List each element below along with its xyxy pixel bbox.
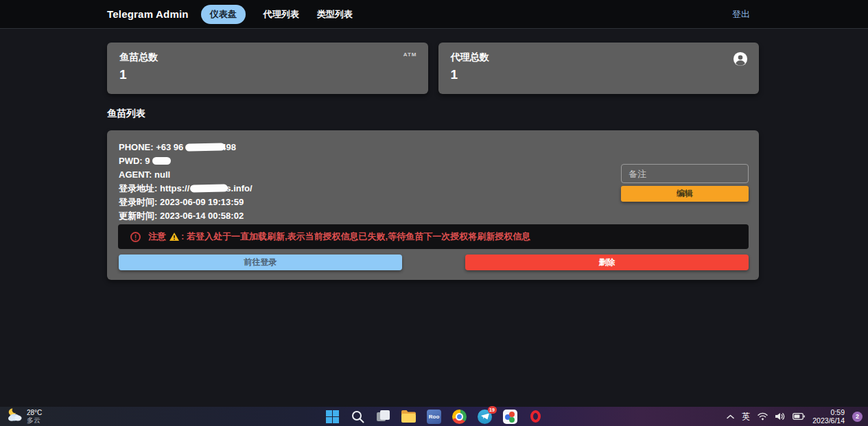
phone-prefix: +63 96 [156, 142, 183, 152]
chrome-icon[interactable] [452, 409, 467, 424]
brand-title: Telegram Admin [107, 8, 189, 20]
login-time-line: 登录时间: 2023-06-09 19:13:59 [119, 196, 253, 209]
stat-value: 1 [119, 67, 416, 82]
weather-temp: 28°C [27, 409, 42, 416]
telegram-icon[interactable]: 19 [478, 409, 493, 424]
circles-app-icon[interactable] [503, 409, 518, 424]
update-time-line: 更新时间: 2023-06-14 00:58:02 [119, 209, 253, 223]
weather-condition: 多云 [27, 416, 40, 424]
note-input[interactable] [621, 164, 749, 183]
screen: Telegram Admin 仪表盘 代理列表 类型列表 登出 鱼苗总数 1 A… [0, 0, 868, 426]
login-time-value: 2023-06-09 19:13:59 [160, 197, 244, 207]
record-details: PHONE: +63 96498 PWD: 9 AGENT: null 登录地址… [119, 141, 253, 223]
top-navbar: Telegram Admin 仪表盘 代理列表 类型列表 登出 [0, 0, 868, 29]
login-time-label: 登录时间: [119, 197, 157, 207]
login-url-label: 登录地址: [119, 183, 157, 193]
battery-icon[interactable] [793, 412, 805, 421]
pwd-label: PWD: [119, 156, 143, 166]
clock-time: 0:59 [831, 408, 845, 416]
phone-line: PHONE: +63 96498 [119, 141, 253, 154]
fry-record-card: PHONE: +63 96498 PWD: 9 AGENT: null 登录地址… [107, 130, 759, 280]
goto-login-button[interactable]: 前往登录 [119, 255, 402, 270]
login-url-line: 登录地址: https://s.info/ [119, 182, 253, 196]
agent-label: AGENT: [119, 169, 152, 180]
pwd-line: PWD: 9 [119, 154, 253, 168]
atm-icon: ATM [403, 51, 417, 58]
weather-text: 28°C 多云 [27, 409, 42, 424]
pwd-prefix: 9 [145, 156, 150, 166]
warning-triangle-icon [169, 233, 179, 241]
update-time-value: 2023-06-14 00:58:02 [160, 211, 244, 221]
roo-label: Roo [427, 410, 441, 424]
windows-start-button[interactable] [325, 409, 340, 424]
warning-text: : 若登入处于一直加载刷新,表示当前授权信息已失败,等待鱼苗下一次授权将刷新授权… [181, 230, 530, 243]
redaction-blob [152, 157, 171, 165]
login-url-suffix: s.info/ [226, 183, 252, 193]
update-time-label: 更新时间: [119, 211, 157, 221]
tab-dashboard[interactable]: 仪表盘 [201, 5, 246, 24]
stat-value: 1 [451, 67, 747, 82]
agent-line: AGENT: null [119, 168, 253, 182]
tab-type-list[interactable]: 类型列表 [317, 8, 353, 21]
warning-label: 注意 [148, 230, 166, 243]
clock-date: 2023/6/14 [812, 416, 845, 425]
redaction-blob [190, 185, 228, 193]
stat-cards-row: 鱼苗总数 1 ATM 代理总数 1 [107, 43, 759, 94]
wifi-icon[interactable] [758, 412, 768, 421]
stat-card-agent-total: 代理总数 1 [438, 43, 760, 94]
roo-app-icon[interactable]: Roo [427, 409, 442, 424]
system-tray: 英 [727, 407, 863, 426]
search-icon[interactable] [351, 409, 366, 424]
telegram-badge: 19 [488, 406, 497, 414]
taskbar-center-icons: Roo 19 [325, 407, 543, 426]
login-url-prefix: https:// [160, 183, 189, 193]
account-circle-icon [733, 51, 748, 69]
edit-button[interactable]: 编辑 [621, 186, 749, 202]
weather-icon [7, 408, 23, 425]
logout-link[interactable]: 登出 [732, 8, 750, 21]
notification-badge[interactable]: 2 [852, 412, 863, 422]
redaction-blob [185, 143, 225, 152]
task-view-icon[interactable] [376, 409, 391, 424]
warning-bar: ! 注意 : 若登入处于一直加载刷新,表示当前授权信息已失败,等待鱼苗下一次授权… [118, 224, 749, 249]
agent-value: null [154, 169, 170, 180]
stat-label: 鱼苗总数 [119, 51, 416, 64]
opera-icon[interactable] [528, 409, 543, 424]
volume-icon[interactable] [775, 412, 785, 421]
weather-widget[interactable]: 28°C 多云 [7, 408, 42, 425]
file-explorer-icon[interactable] [401, 409, 417, 424]
tab-agent-list[interactable]: 代理列表 [263, 8, 299, 21]
phone-label: PHONE: [119, 142, 154, 152]
ime-indicator[interactable]: 英 [742, 411, 750, 423]
tray-chevron-up-icon[interactable] [727, 414, 734, 419]
windows-taskbar: 28°C 多云 [0, 407, 868, 426]
section-title-fry-list: 鱼苗列表 [107, 108, 145, 120]
stat-label: 代理总数 [451, 51, 747, 64]
delete-button[interactable]: 删除 [465, 255, 749, 270]
stat-card-fry-total: 鱼苗总数 1 ATM [107, 43, 428, 94]
taskbar-clock[interactable]: 0:59 2023/6/14 [812, 408, 845, 425]
alert-circle-icon: ! [130, 232, 141, 242]
